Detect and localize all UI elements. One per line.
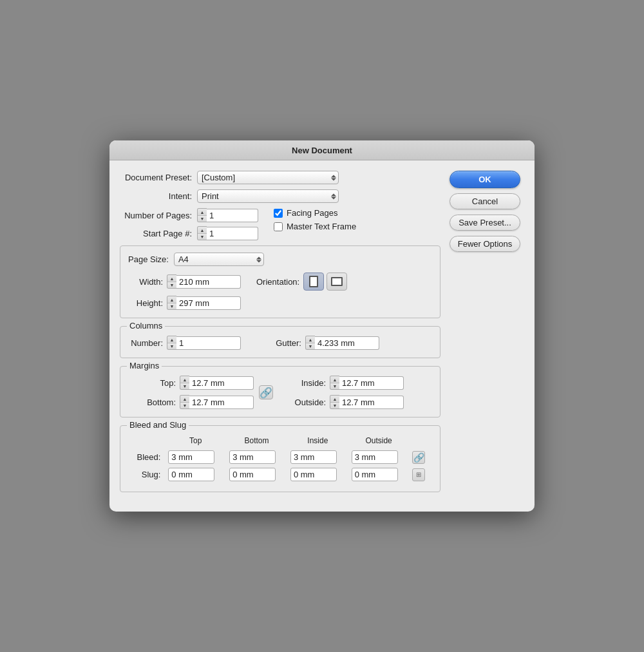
columns-number-down-btn[interactable]: ▼	[167, 343, 176, 349]
intent-row: Intent: Print Web Digital Publishing	[120, 189, 440, 203]
start-page-down-btn[interactable]: ▼	[198, 233, 207, 240]
start-page-input[interactable]	[207, 227, 258, 240]
bleed-slug-content: Top Bottom Inside Outside Bleed:	[128, 435, 432, 484]
bleed-slug-table: Top Bottom Inside Outside Bleed:	[128, 435, 432, 484]
document-preset-select[interactable]: [Custom] Default	[197, 171, 339, 184]
margin-outside-spinner: ▲ ▼	[330, 395, 404, 409]
margin-outside-up-btn[interactable]: ▲	[330, 396, 339, 402]
facing-pages-checkbox-item: Facing Pages	[274, 208, 356, 218]
dialog-body: Document Preset: [Custom] Default Intent…	[109, 160, 535, 500]
start-page-spinner-arrows: ▲ ▼	[197, 226, 207, 240]
num-pages-down-btn[interactable]: ▼	[198, 215, 207, 222]
page-size-content: Width: ▲ ▼ Orientation:	[128, 273, 432, 310]
columns-section: Columns Number: ▲ ▼	[120, 326, 440, 358]
num-pages-input[interactable]	[207, 209, 258, 222]
num-pages-spinner-arrows: ▲ ▼	[197, 208, 207, 222]
slug-link-icon[interactable]: ⊞	[412, 468, 425, 481]
page-size-select[interactable]: A4 A3 A5 Letter Legal Custom	[174, 253, 264, 266]
portrait-button[interactable]	[303, 273, 324, 291]
margins-link-icon[interactable]: 🔗	[259, 385, 273, 399]
gutter-down-btn[interactable]: ▼	[306, 343, 315, 349]
bleed-slug-section-title: Bleed and Slug	[127, 420, 189, 430]
slug-top-cell	[166, 466, 225, 483]
columns-number-input[interactable]	[176, 336, 241, 350]
orientation-buttons	[303, 273, 347, 291]
intent-select[interactable]: Print Web Digital Publishing	[197, 189, 339, 203]
margin-outside-input[interactable]	[339, 396, 404, 409]
slug-bottom-cell	[227, 466, 287, 483]
checkboxes: Facing Pages Master Text Frame	[274, 208, 356, 231]
num-pages-up-btn[interactable]: ▲	[198, 209, 207, 215]
gutter-spinner-arrows: ▲ ▼	[305, 336, 315, 350]
gutter-input[interactable]	[315, 336, 379, 350]
margin-inside-row: Inside: ▲ ▼	[278, 376, 404, 390]
margin-bottom-label: Bottom:	[128, 398, 180, 407]
col-top-header: Top	[166, 436, 225, 448]
master-text-frame-checkbox-item: Master Text Frame	[274, 222, 356, 231]
bleed-inside-cell	[288, 449, 348, 465]
columns-number-row: Number: ▲ ▼	[128, 336, 241, 350]
columns-number-spinner: ▲ ▼	[167, 336, 241, 350]
margin-outside-down-btn[interactable]: ▼	[330, 402, 339, 408]
ok-button[interactable]: OK	[450, 171, 520, 188]
width-up-btn[interactable]: ▲	[167, 275, 176, 282]
gutter-spinner: ▲ ▼	[305, 336, 379, 350]
width-label: Width:	[128, 277, 167, 287]
facing-pages-label[interactable]: Facing Pages	[287, 208, 338, 218]
margin-top-row: Top: ▲ ▼	[128, 376, 254, 390]
bleed-bottom-input[interactable]	[229, 450, 276, 464]
bleed-outside-input[interactable]	[352, 450, 398, 464]
margin-outside-label: Outside:	[278, 398, 330, 407]
col-icon-header	[410, 436, 431, 448]
margin-bottom-arrows: ▲ ▼	[180, 395, 189, 409]
master-text-frame-checkbox[interactable]	[274, 222, 283, 231]
bleed-inside-input[interactable]	[290, 450, 337, 464]
margin-top-arrows: ▲ ▼	[180, 376, 189, 390]
bleed-link-icon[interactable]: 🔗	[412, 451, 425, 464]
slug-top-input[interactable]	[168, 468, 214, 481]
start-page-row: Start Page #: ▲ ▼	[120, 226, 258, 240]
slug-inside-input[interactable]	[290, 468, 337, 481]
margin-top-input[interactable]	[189, 376, 254, 390]
margin-top-spinner: ▲ ▼	[180, 376, 254, 390]
bleed-top-input[interactable]	[168, 450, 214, 464]
start-page-up-btn[interactable]: ▲	[198, 227, 207, 233]
margin-top-down-btn[interactable]: ▼	[180, 383, 189, 389]
width-input[interactable]	[176, 275, 241, 289]
height-input[interactable]	[176, 296, 241, 310]
save-preset-button[interactable]: Save Preset...	[450, 215, 520, 231]
columns-number-up-btn[interactable]: ▲	[167, 336, 176, 343]
height-up-btn[interactable]: ▲	[167, 296, 176, 303]
page-size-select-wrapper: A4 A3 A5 Letter Legal Custom	[174, 253, 264, 266]
margins-content: Top: ▲ ▼ Bottom:	[128, 376, 432, 409]
height-down-btn[interactable]: ▼	[167, 303, 176, 309]
fewer-options-button[interactable]: Fewer Options	[450, 236, 520, 252]
slug-outside-input[interactable]	[352, 468, 398, 481]
height-spinner: ▲ ▼	[167, 296, 241, 310]
master-text-frame-label[interactable]: Master Text Frame	[287, 222, 356, 231]
num-pages-row: Number of Pages: ▲ ▼	[120, 208, 258, 222]
width-spinner: ▲ ▼	[167, 274, 241, 289]
slug-row: Slug: ⊞	[129, 466, 431, 483]
margin-bottom-down-btn[interactable]: ▼	[180, 402, 189, 408]
margin-outside-arrows: ▲ ▼	[330, 395, 339, 409]
facing-pages-checkbox[interactable]	[274, 209, 283, 218]
margin-inside-up-btn[interactable]: ▲	[330, 376, 339, 383]
margin-inside-input[interactable]	[339, 376, 404, 390]
bleed-slug-section: Bleed and Slug Top Bottom Inside Outside	[120, 425, 440, 492]
height-row: Height: ▲ ▼	[128, 296, 432, 310]
gutter-up-btn[interactable]: ▲	[306, 336, 315, 343]
margin-bottom-up-btn[interactable]: ▲	[180, 396, 189, 402]
margin-top-up-btn[interactable]: ▲	[180, 376, 189, 383]
page-size-header-row: Page Size: A4 A3 A5 Letter Legal Custom	[128, 253, 432, 266]
width-down-btn[interactable]: ▼	[167, 282, 176, 288]
margin-top-label: Top:	[128, 378, 180, 388]
slug-outside-cell	[349, 466, 409, 483]
col-bottom-header: Bottom	[227, 436, 287, 448]
landscape-button[interactable]	[327, 273, 347, 291]
margin-inside-down-btn[interactable]: ▼	[330, 383, 339, 389]
cancel-button[interactable]: Cancel	[450, 193, 520, 209]
margin-bottom-input[interactable]	[189, 396, 254, 409]
slug-bottom-input[interactable]	[229, 468, 276, 481]
margins-layout: Top: ▲ ▼ Bottom:	[128, 376, 432, 409]
